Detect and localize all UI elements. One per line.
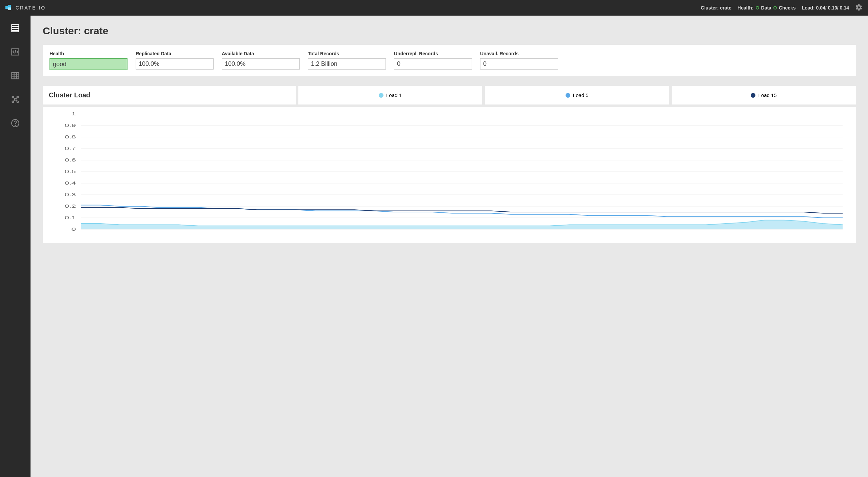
stat-value: 100.0% [136,58,214,70]
legend-dot-icon [566,93,570,98]
svg-point-14 [12,96,14,98]
cluster-label: Cluster: [701,5,719,11]
stat-unavail: Unavail. Records 0 [480,51,558,70]
stat-label: Replicated Data [136,51,214,56]
stats-card: Health good Replicated Data 100.0% Avail… [43,45,856,76]
stat-value: 0 [480,58,558,70]
stat-value: 0 [394,58,472,70]
svg-text:0.5: 0.5 [64,169,76,174]
legend-dot-icon [751,93,755,98]
health-data-label: Data [761,5,771,11]
stat-total-records: Total Records 1.2 Billion [308,51,386,70]
stat-label: Health [50,51,127,56]
svg-rect-1 [8,5,11,7]
legend-label: Load 5 [573,92,589,98]
chart-title: Cluster Load [49,91,90,99]
header-health: Health: Data Checks [737,5,796,11]
svg-line-20 [16,98,17,99]
svg-rect-0 [5,6,8,9]
health-label: Health: [737,5,753,11]
settings-gear-icon[interactable] [855,4,863,12]
legend-item-load1[interactable]: Load 1 [298,86,482,104]
stat-label: Underrepl. Records [394,51,472,56]
logo-text: CRATE.IO [16,5,46,11]
stat-label: Available Data [222,51,300,56]
sidebar-item-help[interactable] [9,117,21,129]
svg-point-24 [15,125,16,126]
logo[interactable]: CRATE.IO [5,4,46,12]
header-cluster: Cluster: crate [701,5,731,11]
health-checks-label: Checks [779,5,796,11]
svg-point-16 [12,101,14,103]
chart-legend-row: Cluster Load Load 1 Load 5 Load 15 [43,86,856,104]
header-load: Load: 0.04/ 0.10/ 0.14 [802,5,849,11]
chart-wrapper: 00.10.20.30.40.50.60.70.80.91 [50,111,849,233]
logo-icon [5,4,13,12]
load-label: Load: [802,5,815,11]
svg-line-8 [15,50,16,53]
top-header: CRATE.IO Cluster: crate Health: Data Che… [0,0,868,16]
svg-line-22 [16,100,17,101]
stat-underrepl: Underrepl. Records 0 [394,51,472,70]
svg-text:0.3: 0.3 [64,192,76,197]
sidebar [0,16,31,477]
legend-label: Load 1 [386,92,402,98]
main-content: Cluster: crate Health good Replicated Da… [31,16,868,477]
stat-replicated: Replicated Data 100.0% [136,51,214,70]
svg-text:0.8: 0.8 [64,134,76,139]
svg-rect-2 [8,7,11,10]
svg-text:0.7: 0.7 [64,146,76,151]
svg-text:0.4: 0.4 [64,180,76,186]
stat-label: Total Records [308,51,386,56]
svg-text:0.9: 0.9 [64,123,76,128]
cluster-name: crate [720,5,731,11]
stat-value: 100.0% [222,58,300,70]
svg-line-21 [14,100,15,101]
svg-text:1: 1 [72,111,76,116]
sidebar-item-cluster[interactable] [9,94,21,105]
stat-value: good [50,58,127,70]
chart-title-card: Cluster Load [43,86,296,104]
stat-label: Unavail. Records [480,51,558,56]
health-checks-dot-icon [773,6,777,9]
svg-text:0.2: 0.2 [64,204,76,209]
svg-text:0.1: 0.1 [64,215,76,220]
legend-label: Load 15 [758,92,776,98]
legend-item-load15[interactable]: Load 15 [672,86,856,104]
svg-line-19 [14,98,15,99]
legend-item-load5[interactable]: Load 5 [485,86,669,104]
sidebar-item-tables[interactable] [9,70,21,81]
stat-available: Available Data 100.0% [222,51,300,70]
chart-card: 00.10.20.30.40.50.60.70.80.91 [43,107,856,243]
health-data-dot-icon [756,6,759,9]
sidebar-item-console[interactable] [9,46,21,58]
cluster-load-chart: 00.10.20.30.40.50.60.70.80.91 [50,111,849,233]
svg-text:0.6: 0.6 [64,157,76,163]
svg-rect-9 [12,73,19,79]
stat-value: 1.2 Billion [308,58,386,70]
stat-health: Health good [50,51,127,70]
svg-text:0: 0 [72,227,76,232]
legend-dot-icon [379,93,383,98]
page-title: Cluster: crate [43,25,856,37]
load-values: 0.04/ 0.10/ 0.14 [816,5,849,11]
sidebar-item-overview[interactable] [9,22,21,34]
